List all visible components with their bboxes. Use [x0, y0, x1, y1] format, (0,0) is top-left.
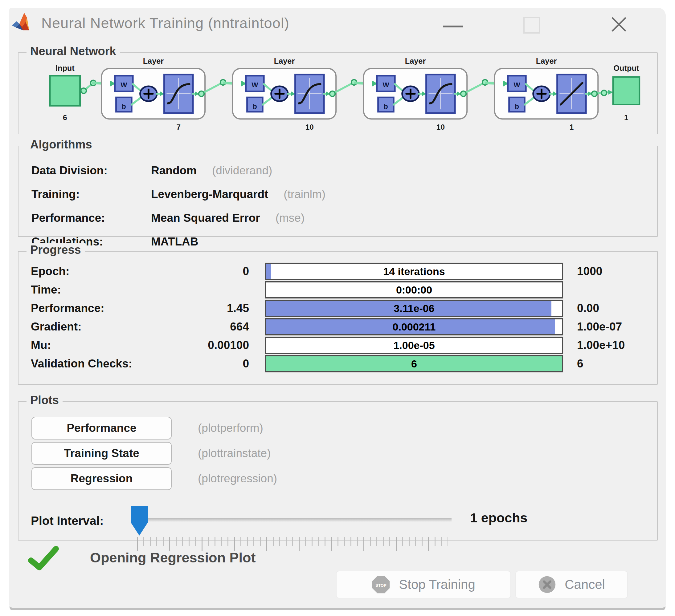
progress-max-value: 1000 [577, 265, 657, 278]
progress-bar-text: 0:00:00 [266, 282, 562, 297]
algorithms-rows: Data Division: Random (dividerand) Train… [18, 146, 657, 259]
progress-bar: 3.11e-06 [265, 300, 563, 317]
bias-box-label: b [384, 103, 388, 110]
plot-interval-slider[interactable] [133, 498, 453, 541]
wire-node [461, 91, 466, 97]
progress-max-value: 6 [577, 357, 657, 370]
stop-training-button[interactable]: STOP Stop Training [336, 571, 511, 599]
section-title: Neural Network [26, 45, 120, 58]
progress-row-performance: Performance: 1.45 3.11e-06 0.00 [31, 299, 657, 318]
bias-box-label: b [253, 103, 257, 110]
slider-track[interactable] [133, 518, 452, 522]
svg-text:STOP: STOP [376, 583, 387, 588]
progress-label: Time: [31, 283, 172, 296]
progress-rows: Epoch: 0 14 iterations 1000 Time: 0:00:0… [18, 252, 657, 373]
stop-training-label: Stop Training [399, 577, 475, 592]
matlab-logo-icon [11, 11, 33, 32]
wire-node [81, 88, 86, 94]
layer-size: 10 [305, 123, 314, 131]
progress-bar-text: 1.00e-05 [266, 338, 562, 353]
regression-plot-button[interactable]: Regression [31, 467, 172, 490]
progress-section: Progress Epoch: 0 14 iterations 1000 Tim… [18, 251, 658, 385]
window-title: Neural Network Training (nntraintool) [41, 14, 289, 31]
plots-section: Plots Performance (plotperform) Training… [18, 401, 658, 540]
algorithm-label: Training: [31, 188, 151, 201]
section-title: Algorithms [26, 138, 96, 151]
output-label: Output [613, 64, 639, 72]
nn-layer-2: Layer W b 10 [224, 57, 357, 131]
progress-label: Gradient: [31, 320, 172, 333]
weight-box-label: W [121, 81, 127, 89]
weight-box-label: W [251, 81, 258, 89]
progress-row-time: Time: 0:00:00 [31, 281, 657, 299]
progress-min-value: 0 [172, 357, 249, 370]
layer-label: Layer [405, 57, 426, 65]
weight-box-label: W [514, 81, 520, 89]
progress-max-value: 0.00 [577, 302, 657, 315]
algorithm-row-data-division: Data Division: Random (dividerand) [31, 164, 657, 188]
input-size: 6 [63, 113, 67, 122]
algorithm-row-performance: Performance: Mean Squared Error (mse) [31, 211, 657, 235]
progress-label: Performance: [31, 302, 172, 315]
plot-row-performance: Performance (plotperform) [31, 416, 657, 441]
progress-min-value: 664 [172, 320, 249, 333]
algorithm-value: MATLAB [151, 235, 198, 248]
bias-box-label: b [515, 103, 519, 110]
plot-interval-label: Plot Interval: [31, 514, 103, 528]
plot-code: (plotregression) [198, 472, 277, 485]
nn-layer-3: Layer W b 10 [355, 57, 488, 131]
nn-input-node: Input 6 [50, 64, 96, 122]
nn-output-node: Output 1 [613, 64, 640, 122]
cancel-button[interactable]: Cancel [515, 571, 628, 599]
cancel-x-icon [538, 576, 556, 594]
algorithm-row-training: Training: Levenberg-Marquardt (trainlm) [31, 188, 657, 211]
progress-min-value: 0 [172, 265, 249, 278]
status-message: Opening Regression Plot [90, 550, 256, 566]
plots-rows: Performance (plotperform) Training State… [18, 402, 657, 491]
wire-node [592, 91, 597, 97]
wire-node [330, 91, 335, 97]
plot-row-regression: Regression (plotregression) [31, 466, 657, 491]
training-state-plot-button[interactable]: Training State [31, 442, 172, 465]
nn-layer-4: Layer W b 1 [486, 57, 613, 131]
layer-label: Layer [536, 57, 557, 65]
algorithm-value: Mean Squared Error [151, 211, 260, 225]
progress-bar: 14 iterations [265, 263, 563, 280]
algorithm-code: (mse) [276, 211, 305, 225]
progress-min-value: 1.45 [172, 302, 249, 315]
maximize-button[interactable] [523, 17, 540, 33]
algorithm-code: (dividerand) [212, 164, 272, 177]
progress-row-validation-checks: Validation Checks: 0 6 6 [31, 354, 657, 373]
progress-bar-text: 14 iterations [266, 264, 562, 279]
checkmark-icon [27, 544, 59, 571]
progress-label: Epoch: [31, 265, 172, 278]
layer-size: 1 [570, 123, 574, 131]
progress-label: Mu: [31, 339, 172, 352]
status-row: Opening Regression Plot [27, 544, 256, 571]
section-title: Plots [26, 393, 63, 407]
minimize-button[interactable] [443, 25, 463, 27]
layer-label: Layer [143, 57, 164, 65]
progress-bar: 0:00:00 [265, 281, 563, 298]
algorithm-code: (trainlm) [284, 188, 325, 201]
algorithms-section: Algorithms Data Division: Random (divide… [18, 146, 658, 237]
progress-label: Validation Checks: [31, 357, 172, 370]
progress-bar: 1.00e-05 [265, 337, 563, 354]
progress-row-mu: Mu: 0.00100 1.00e-05 1.00e+10 [31, 336, 657, 354]
algorithm-label: Performance: [31, 211, 151, 225]
progress-max-value: 1.00e+10 [577, 339, 657, 352]
neural-network-section: Neural Network Input 6 Layer W b [18, 52, 658, 134]
cancel-label: Cancel [565, 577, 605, 592]
slider-thumb[interactable] [131, 506, 148, 536]
input-label: Input [56, 64, 75, 72]
weight-box-label: W [382, 81, 389, 89]
plot-code: (plottrainstate) [198, 447, 271, 460]
plot-interval-row: Plot Interval: 1 epochs [18, 498, 657, 541]
plot-code: (plotperform) [198, 422, 263, 435]
performance-plot-button[interactable]: Performance [31, 417, 172, 440]
progress-bar: 6 [265, 355, 563, 372]
algorithm-value: Random [151, 164, 197, 177]
network-diagram: Input 6 Layer W b [27, 51, 649, 135]
close-icon[interactable] [610, 15, 628, 33]
nn-layer-1: Layer W b 7 [93, 57, 226, 131]
